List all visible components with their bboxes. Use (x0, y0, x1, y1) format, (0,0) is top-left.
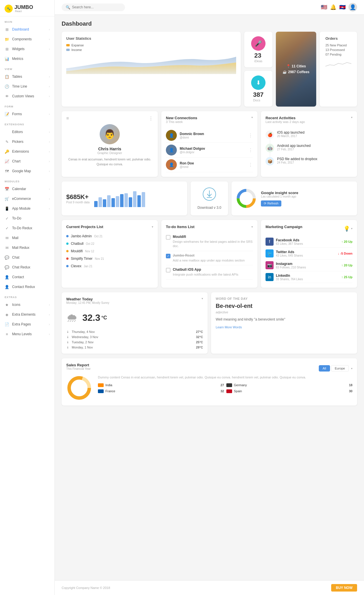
profile-card-header: ≡ ⋮ (66, 116, 153, 121)
revenue-card: $685K+ Post 9 month data (62, 181, 187, 215)
social-stats: 33 Shares, 764 Likes (276, 278, 303, 281)
more-icon[interactable]: ⋮ (149, 116, 153, 121)
country-name: Spain (234, 389, 242, 393)
project-dot (66, 235, 69, 237)
sidebar-item-menulevels[interactable]: ≡ Menu Levels › (0, 329, 54, 339)
sidebar-item-widgets[interactable]: ⊞ Widgets › (0, 44, 54, 54)
project-name: Mouldifi (71, 249, 83, 253)
forecast-temp: 32°C (196, 335, 203, 339)
connections-title: New Connections (166, 116, 197, 120)
connection-more-icon[interactable]: ⋮ (248, 162, 253, 168)
sidebar-item-chat[interactable]: 💬 Chat (0, 253, 54, 262)
sidebar-item-mail[interactable]: ✉ Mail (0, 233, 54, 243)
sidebar-item-components[interactable]: 📁 Components › (0, 34, 54, 44)
sidebar-item-todo[interactable]: ✓ To-Do (0, 213, 54, 223)
sidebar-item-contactredux[interactable]: 👤 Contact Redux (0, 282, 54, 292)
todo-chevron[interactable]: ▾ (251, 225, 253, 228)
projects-chevron[interactable]: ▾ (152, 225, 153, 228)
flag-kh[interactable]: 🇰🇭 (339, 4, 346, 10)
download-icon (202, 187, 216, 203)
sidebar-item-customviews[interactable]: 👁 Custom Views › (0, 91, 54, 101)
orders-list: 25 New Placed13 Processed07 Pending (325, 43, 351, 56)
marketing-item: in LinkedIn 33 Shares, 764 Likes ↑ 25 Up (266, 271, 352, 283)
weather-chevron[interactable]: ▾ (202, 297, 203, 300)
sidebar-item-calendar[interactable]: 📅 Calendar › (0, 184, 54, 194)
sidebar-item-chart[interactable]: 📈 Chart › (0, 156, 54, 166)
sidebar-icon-todoredu: ✓ (5, 226, 9, 230)
tab-europe[interactable]: Europe (331, 365, 349, 372)
activities-chevron[interactable]: ▾ (351, 116, 352, 119)
hamburger-icon[interactable]: ≡ (66, 116, 69, 121)
connection-more-icon[interactable]: ⋮ (248, 133, 253, 138)
weather-forecast-item: 🌡 Thursday, 4 Nov 27°C (66, 330, 203, 333)
bar (137, 195, 141, 207)
search-input[interactable] (72, 5, 118, 9)
legend-income: Income (66, 48, 236, 52)
sidebar-icon-googlemap: 🗺 (5, 169, 9, 173)
sidebar-item-ecommerce[interactable]: 🛒 eCommerce › (0, 194, 54, 204)
todo-checkbox[interactable]: ✓ (166, 254, 170, 258)
user-avatar[interactable]: 👤 (348, 3, 357, 12)
project-date: Nov 21 (95, 257, 104, 260)
sidebar-item-metrics[interactable]: 📊 Metrics (0, 54, 54, 64)
project-item: Simplify Timer Nov 21 (66, 255, 153, 262)
buy-now-button[interactable]: BUY NOW (331, 584, 357, 592)
word-link[interactable]: Learn More Words (216, 325, 352, 329)
revenue-info: $685K+ Post 9 month data (66, 193, 90, 204)
flag-us[interactable]: 🇺🇸 (321, 4, 327, 10)
sidebar-item-pickers[interactable]: ✎ Pickers › (0, 137, 54, 147)
docs-badge: ⬇ 387 Docs (244, 71, 272, 107)
sidebar-item-dashboard[interactable]: ⊞ Dashboard › (0, 24, 54, 34)
sidebar-item-extralements[interactable]: ◈ Extra Elements › (0, 310, 54, 319)
weather-icon: 🌧 (66, 311, 78, 324)
sidebar-item-left: 📅 Calendar (5, 187, 26, 191)
bar (120, 194, 124, 207)
sidebar-item-extensions[interactable]: 🔑 Extensions › (0, 147, 54, 156)
sales-sub: This Financial Year (66, 367, 91, 370)
sidebar-item-contact[interactable]: 👤 Contact (0, 272, 54, 282)
country-flag (98, 383, 104, 387)
search-box[interactable]: 🔍 (62, 3, 125, 11)
projects-header: Current Projects List ▾ (66, 225, 153, 229)
sidebar-item-googlemap[interactable]: 🗺 Google Map › (0, 166, 54, 176)
tab-all[interactable]: All (319, 365, 330, 372)
logo-text: JUMBO (14, 5, 33, 10)
sidebar-item-todoredu[interactable]: ✓ To-Do Redux (0, 223, 54, 233)
sidebar-item-chatredux[interactable]: 💬 Chat Redux (0, 262, 54, 272)
todo-desc: Add a new mailbox app under app modules … (173, 258, 245, 263)
sidebar-item-left: Editors (5, 130, 23, 134)
weather-temp: 32.3 (82, 312, 100, 323)
social-info: Twitter Ads 43 Likes, 645 Shares (276, 250, 303, 257)
sales-row: Sales Report This Financial Year All Eur… (62, 358, 357, 405)
todo-item: ✓ Jumbo React Add a new mailbox app unde… (166, 251, 253, 265)
sidebar-item-forms[interactable]: 📝 Forms › (0, 109, 54, 119)
sidebar-label-extrapages: Extra Pages (12, 322, 31, 326)
word-section-label: Word Of The Day (216, 297, 352, 300)
sidebar-item-tables[interactable]: 📋 Tables › (0, 72, 54, 82)
todo-checkbox[interactable] (166, 268, 170, 272)
activity-title: PSD file added to dropbox (277, 157, 352, 161)
flag-in[interactable]: 🔔 (330, 4, 336, 10)
social-change: ↓ -5 Down (338, 252, 352, 255)
sidebar-item-editors[interactable]: Editors › (0, 127, 54, 137)
sidebar-item-mailredux[interactable]: ✉ Mail Redux (0, 243, 54, 253)
connection-more-icon[interactable]: ⋮ (248, 147, 253, 153)
social-change: ↑ 25 Up (341, 275, 352, 279)
sidebar-label-icons: Icons (12, 303, 20, 307)
todo-checkbox[interactable] (166, 235, 170, 240)
sidebar-item-appmodule[interactable]: 📱 App Module › (0, 204, 54, 213)
sidebar-item-extrapages[interactable]: 📄 Extra Pages › (0, 319, 54, 329)
connections-header: New Connections 3 This week ▾ (166, 116, 253, 127)
sidebar-item-timeline[interactable]: 🕐 Time Line › (0, 82, 54, 91)
cities-stat: 📍 11 Cities (286, 64, 306, 68)
connections-chevron[interactable]: ▾ (251, 116, 253, 119)
word-of-day-card: Word Of The Day Be-nev-ol-ent adjective … (211, 292, 357, 354)
todo-header: To-do Items List ▾ (166, 225, 253, 229)
sidebar-item-icons[interactable]: ★ Icons › (0, 300, 54, 310)
project-name: Chatbull (71, 242, 84, 246)
marketing-chevron[interactable]: ▾ (351, 227, 352, 230)
sidebar-icon-metrics: 📊 (5, 56, 9, 61)
sales-chevron[interactable]: ▾ (351, 367, 352, 370)
refresh-button[interactable]: ⟳ Refresh (261, 200, 281, 206)
project-item: Jambo Admin Oct 21 (66, 232, 153, 240)
